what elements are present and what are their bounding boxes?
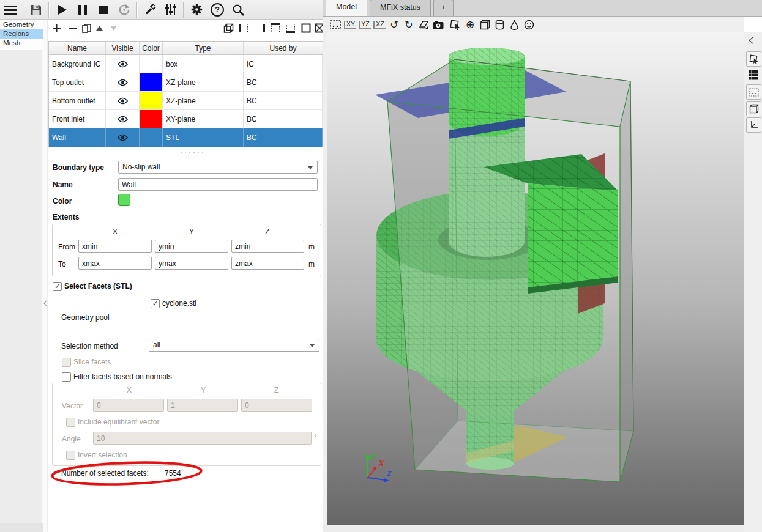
projection-toggle-button[interactable]: [416, 18, 431, 31]
stop-button[interactable]: [93, 1, 114, 19]
equilibrant-checkbox: [66, 418, 75, 427]
tab-model[interactable]: Model: [326, 0, 367, 16]
view-xy-button[interactable]: XY: [343, 18, 357, 31]
run-button[interactable]: [51, 1, 72, 19]
table-row-top-outlet[interactable]: Top outlet XZ-plane BC: [49, 73, 323, 92]
rotate-right-button[interactable]: ↻: [402, 18, 416, 31]
splitter-handle[interactable]: [179, 151, 204, 155]
stl-file-checkbox[interactable]: [151, 299, 160, 308]
region-color-button[interactable]: [118, 194, 130, 206]
toggle-regions-button[interactable]: [492, 18, 507, 31]
collapse-panel-icon[interactable]: [748, 37, 754, 44]
header-name[interactable]: Name: [49, 42, 106, 54]
tab-add[interactable]: +: [433, 0, 454, 16]
new-xz-plane-bottom-button[interactable]: [283, 21, 298, 35]
selection-method-select[interactable]: all: [149, 339, 319, 352]
tab-mfix-status[interactable]: MFiX status: [370, 0, 431, 16]
reset-view-button[interactable]: [328, 18, 343, 31]
visibility-toggle[interactable]: [106, 110, 140, 128]
menu-button[interactable]: [0, 1, 21, 19]
move-region-down-button[interactable]: [106, 21, 121, 35]
add-region-button[interactable]: [49, 21, 64, 35]
axis-x-label: X: [378, 459, 384, 468]
table-header[interactable]: Name Visible Color Type Used by: [49, 42, 323, 55]
reset-button[interactable]: [114, 1, 135, 19]
table-row-front-inlet[interactable]: Front inlet XY-plane BC: [49, 110, 323, 128]
table-row-background-ic[interactable]: Background IC box IC: [49, 55, 323, 73]
panel-splitter[interactable]: [43, 20, 48, 532]
mfix-window: ? Geometry Regions Mesh: [0, 0, 762, 532]
color-cell[interactable]: [140, 92, 163, 110]
viewport-3d[interactable]: Y X Z: [327, 32, 744, 525]
side-mesh-button[interactable]: [746, 68, 760, 82]
color-cell[interactable]: [140, 55, 163, 73]
toggle-geometry-button[interactable]: [477, 18, 492, 31]
side-geometry-button[interactable]: [746, 51, 761, 67]
ymin-input[interactable]: [155, 240, 228, 253]
save-button[interactable]: [26, 1, 47, 19]
color-cell[interactable]: [140, 73, 163, 92]
nav-item-geometry[interactable]: Geometry: [0, 20, 43, 29]
nav-item-mesh[interactable]: Mesh: [0, 39, 43, 48]
header-visible[interactable]: Visible: [106, 42, 140, 54]
boundary-type-select[interactable]: No-slip wall: [118, 161, 318, 174]
visibility-toggle[interactable]: [106, 92, 140, 110]
new-yz-plane-left-button[interactable]: [236, 21, 251, 35]
visibility-menu-button[interactable]: [448, 18, 463, 31]
nav-item-regions[interactable]: Regions: [0, 29, 43, 39]
new-plane-region-button[interactable]: [299, 21, 313, 35]
angle-unit: °: [314, 433, 316, 440]
side-axes-button[interactable]: [746, 117, 761, 133]
screenshot-button[interactable]: [431, 18, 446, 31]
vector-z-header: Z: [274, 386, 278, 394]
rotate-left-button[interactable]: ↺: [387, 18, 402, 31]
select-facets-checkbox[interactable]: [53, 282, 62, 291]
visibility-toggle[interactable]: [106, 55, 140, 73]
pause-button[interactable]: [72, 1, 93, 19]
side-cube-button[interactable]: [746, 101, 761, 116]
color-cell[interactable]: [140, 128, 163, 147]
xmax-input[interactable]: [78, 257, 152, 270]
splitter-collapse-icon[interactable]: [43, 300, 48, 307]
help-button[interactable]: ?: [207, 1, 228, 19]
region-type: XZ-plane: [163, 92, 244, 110]
color-cell[interactable]: [140, 110, 163, 128]
view-yz-button[interactable]: YZ: [357, 18, 372, 31]
view-xz-button[interactable]: XZ: [372, 18, 387, 31]
color-swatch: [140, 92, 162, 109]
clock-icon: [524, 20, 534, 30]
remove-region-button[interactable]: [65, 21, 80, 35]
region-name-label: Name: [53, 180, 73, 189]
table-row-wall-selected[interactable]: Wall STL BC: [49, 128, 323, 147]
region-name-input[interactable]: [118, 178, 318, 191]
viewer-bottom-strip: [323, 525, 762, 532]
geometry-pool-label: Geometry pool: [61, 313, 110, 322]
zmax-input[interactable]: [231, 257, 304, 270]
new-box-region-button[interactable]: [221, 21, 236, 35]
move-region-up-button[interactable]: [92, 21, 106, 35]
side-regions-button[interactable]: [746, 84, 761, 100]
viewer-tabbar: Model MFiX status +: [323, 0, 762, 17]
ymax-input[interactable]: [155, 257, 228, 270]
new-yz-plane-right-button[interactable]: [253, 21, 267, 35]
header-used-by[interactable]: Used by: [244, 42, 323, 54]
xz-view-label: XZ: [373, 21, 385, 29]
eye-icon: [118, 134, 128, 141]
origin-axes-button[interactable]: ⊕: [463, 18, 477, 31]
toggle-color-bar-button[interactable]: [521, 18, 536, 31]
new-xz-plane-top-button[interactable]: [268, 21, 283, 35]
camera-icon: [433, 20, 444, 29]
zmin-input[interactable]: [231, 240, 304, 253]
header-color[interactable]: Color: [140, 42, 163, 54]
filter-normals-checkbox[interactable]: [62, 372, 71, 382]
settings-button[interactable]: [186, 1, 207, 19]
search-button[interactable]: [228, 1, 248, 19]
visibility-toggle[interactable]: [106, 73, 140, 92]
build-button[interactable]: [140, 1, 160, 19]
table-row-bottom-outlet[interactable]: Bottom outlet XZ-plane BC: [49, 92, 323, 110]
toggle-mesh-button[interactable]: [507, 18, 521, 31]
header-type[interactable]: Type: [163, 42, 244, 54]
settings-sliders-button[interactable]: [160, 1, 181, 19]
xmin-input[interactable]: [78, 240, 152, 253]
visibility-toggle[interactable]: [106, 128, 140, 147]
